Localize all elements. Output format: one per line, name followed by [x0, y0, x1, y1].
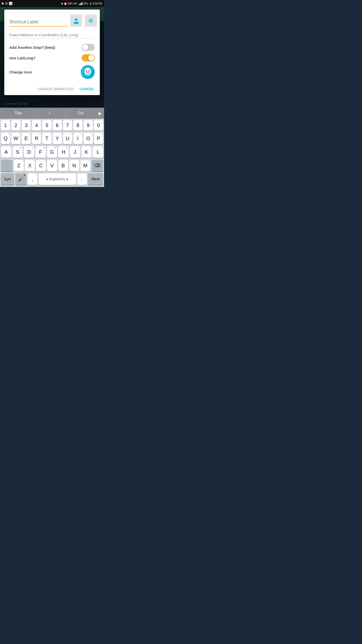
create-shortcut-dialog: Add Another Stop? [beta] Use Lat/Long? C…	[4, 10, 100, 95]
key-j[interactable]: *J	[70, 146, 80, 158]
key-9[interactable]: 9	[84, 120, 93, 131]
time: 9:28 PM	[93, 2, 102, 5]
key-1[interactable]: 1	[1, 120, 10, 131]
location-icon-button[interactable]	[85, 15, 97, 27]
key-u[interactable]: <U	[63, 133, 72, 144]
bar3	[80, 3, 81, 5]
key-k[interactable]: (K	[81, 146, 92, 158]
backspace-key[interactable]: ⌫	[92, 160, 103, 171]
key-s[interactable]: @S	[13, 146, 23, 158]
key-t[interactable]: /T	[42, 133, 51, 144]
key-x[interactable]: 'X	[25, 160, 35, 171]
battery-percentage: 32%	[83, 2, 88, 5]
lat-long-thumb	[88, 55, 94, 61]
signal-bars	[79, 2, 82, 5]
dialog-overlay: Add Another Stop? [beta] Use Lat/Long? C…	[0, 7, 104, 108]
alarm-icon: ⏰	[64, 2, 67, 5]
svg-point-5	[90, 20, 91, 21]
key-i[interactable]: >I	[73, 133, 82, 144]
shortcut-label-row	[9, 15, 95, 27]
suggestion-on[interactable]: On	[65, 108, 97, 119]
key-6[interactable]: 6	[53, 120, 62, 131]
key-w[interactable]: ×W	[11, 133, 20, 144]
suggestion-arrow[interactable]: ▶	[99, 111, 102, 116]
add-stop-thumb	[82, 44, 88, 50]
audio-icon: 📊	[9, 2, 13, 5]
key-n[interactable]: N	[69, 160, 79, 171]
backspace-icon: ⌫	[94, 163, 100, 168]
key-e[interactable]: ÷E	[22, 133, 31, 144]
svg-point-12	[88, 70, 90, 72]
shift-icon: ↑	[6, 162, 8, 169]
add-stop-toggle[interactable]	[82, 44, 95, 51]
key-y[interactable]: −Y	[53, 133, 62, 144]
crosshair-icon	[87, 17, 94, 24]
key-c[interactable]: "C	[36, 160, 46, 171]
address-row	[9, 32, 95, 39]
key-f[interactable]: $F	[35, 146, 46, 158]
asdf-row: !A @S #D $F %G &H *J (K )L	[0, 145, 104, 158]
key-8[interactable]: 8	[73, 120, 82, 131]
add-stop-label: Add Another Stop? [beta]	[9, 45, 55, 50]
add-stop-row: Add Another Stop? [beta]	[9, 44, 95, 51]
comma-label: ,	[32, 177, 33, 182]
key-a[interactable]: !A	[1, 146, 11, 158]
space-label: ◄ English(US) ►	[45, 178, 69, 181]
key-q[interactable]: +Q	[1, 133, 10, 144]
number-row: 1 2 3 4 5 6 7 8 9 0	[0, 119, 104, 131]
svg-point-11	[86, 70, 87, 72]
key-d[interactable]: #D	[24, 146, 34, 158]
key-h[interactable]: &H	[58, 146, 69, 158]
key-z[interactable]: −Z	[14, 160, 24, 171]
suggestion-bar: The I On ▶	[0, 108, 104, 119]
key-7[interactable]: 7	[63, 120, 72, 131]
svg-point-14	[88, 74, 90, 76]
play-icon	[2, 2, 4, 5]
svg-rect-2	[74, 22, 79, 24]
lat-long-label: Use Lat/Long?	[9, 56, 35, 60]
key-l[interactable]: )L	[93, 146, 103, 158]
next-key[interactable]: Next	[88, 173, 103, 185]
key-r[interactable]: =R	[32, 133, 41, 144]
sym-key[interactable]: Sym	[1, 173, 14, 185]
key-v[interactable]: :V	[47, 160, 57, 171]
cancel-button[interactable]: CANCEL	[79, 87, 95, 91]
waze-icon-button[interactable]	[81, 65, 95, 79]
gear-icon: ⚙	[24, 174, 25, 176]
mic-key[interactable]: ⚙ 🎤	[15, 173, 26, 185]
key-p[interactable]: ]P	[94, 133, 103, 144]
key-b[interactable]: ;B	[58, 160, 68, 171]
key-4[interactable]: 4	[32, 120, 41, 131]
person-icon	[73, 17, 80, 24]
key-5[interactable]: 5	[42, 120, 51, 131]
status-bar: 7 📊 ✱ ⏰ WiFi 4G⁺ 32% ⚡ 9:28 PM	[0, 0, 104, 7]
key-g[interactable]: %G	[47, 146, 57, 158]
key-2[interactable]: 2	[11, 120, 20, 131]
key-0[interactable]: 0	[94, 120, 103, 131]
key-m[interactable]: ?M	[80, 160, 90, 171]
shortcut-label-input[interactable]	[9, 18, 68, 27]
app-background: 📋 📷 ✏️ 🔧 ⚙️	[0, 7, 104, 108]
contact-icon-button[interactable]	[70, 15, 82, 27]
change-icon-row: Change Icon	[9, 65, 95, 79]
network-type: 4G⁺	[73, 2, 78, 5]
zxcv-row: ↑ −Z 'X "C :V ;B N ?M ⌫	[0, 158, 104, 172]
suggestion-i[interactable]: I	[34, 108, 65, 119]
keyboard: The I On ▶ 1 2 3 4 5 6 7 8 9 0 +Q ×W ÷E …	[0, 108, 104, 187]
notification-badge: 7	[5, 2, 8, 5]
key-3[interactable]: 3	[22, 120, 31, 131]
address-input[interactable]	[9, 32, 95, 39]
comma-key[interactable]: ? ,	[28, 173, 37, 185]
period-key[interactable]: .	[77, 173, 87, 185]
shift-key[interactable]: ↑	[1, 160, 13, 171]
dialog-actions: CREATE SHORTCUT CANCEL	[9, 85, 95, 91]
svg-point-13	[85, 74, 87, 76]
bottom-row: Sym ⚙ 🎤 ? , ◄ English(US) ► . Next	[0, 172, 104, 187]
space-key[interactable]: ◄ English(US) ►	[38, 173, 76, 185]
lat-long-row: Use Lat/Long?	[9, 54, 95, 61]
bar4	[81, 3, 82, 5]
lat-long-toggle[interactable]	[82, 54, 95, 61]
create-shortcut-button[interactable]: CREATE SHORTCUT	[38, 87, 74, 91]
key-o[interactable]: [O	[84, 133, 93, 144]
suggestion-the[interactable]: The	[3, 108, 34, 119]
